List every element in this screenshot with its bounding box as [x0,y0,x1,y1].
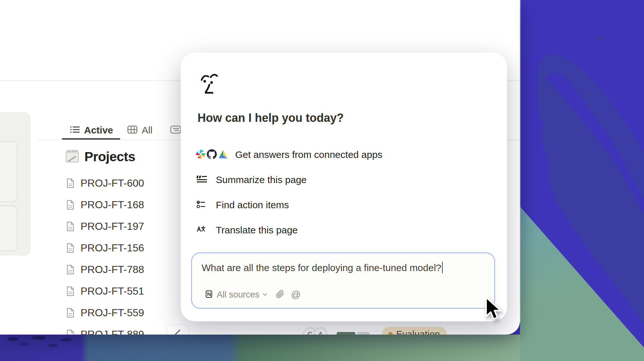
ai-assistant-modal: How can I help you today? [181,53,507,321]
translate-icon [197,225,206,235]
checklist-icon [197,200,205,210]
notepad-icon [64,148,80,165]
input-toolbar: All sources @ [206,289,301,300]
list-icon [69,124,80,136]
mouse-cursor [485,297,501,323]
text-caret [442,262,443,273]
list-item[interactable]: PROJ-FT-600 [66,172,144,194]
at-mention-icon[interactable]: @ [291,289,301,300]
list-item[interactable]: PROJ-FT-559 [66,302,144,324]
avatar[interactable]: A [314,327,327,335]
suggestion-translate[interactable]: Translate this page [196,218,298,243]
tab-active[interactable]: Active [69,124,113,136]
suggestion-label: Get answers from connected apps [235,149,382,160]
evaluation-tag[interactable]: Evaluation [382,327,447,335]
tab-all-label: All [142,125,152,136]
tab-active-label: Active [84,125,113,136]
tab-all[interactable]: All [127,124,152,136]
list-item[interactable]: PROJ-FT-168 [66,194,144,216]
prompt-input[interactable]: What are all the steps for deploying a f… [191,252,495,309]
tag-dot [388,332,393,335]
tag-label: Evaluation [396,329,440,335]
suggestion-label: Translate this page [216,225,298,236]
list-item[interactable]: PROJ-FT-156 [66,237,144,259]
list-item[interactable]: PROJ-FT-197 [66,216,144,237]
suggestion-connected-apps[interactable]: Get answers from connected apps [196,142,382,167]
card-icon [170,124,181,136]
status-swatch-green[interactable] [337,332,355,335]
notion-ai-face-icon [200,72,218,96]
wallpaper-bottom-strip [0,335,520,361]
suggestion-summarize[interactable]: Summarize this page [196,167,307,192]
list-item[interactable]: PROJ-FT-889 [66,324,144,335]
board-card[interactable] [0,206,17,251]
list-item[interactable]: PROJ-FT-551 [66,280,144,302]
desktop: Active All [0,0,644,361]
pencil-icon [174,328,182,335]
suggestion-label: Summarize this page [216,174,307,185]
slack-icon [196,149,206,161]
paperclip-icon[interactable] [276,290,284,300]
edit-button[interactable] [167,324,189,335]
notion-logo-icon [206,290,213,299]
list-item[interactable]: PROJ-FT-788 [66,259,144,280]
page-title: Projects [84,149,135,164]
prompt-text[interactable]: What are all the steps for deploying a f… [202,262,443,273]
project-list: PROJ-FT-600 PROJ-FT-168 PROJ-FT-197 PROJ… [66,172,144,335]
table-icon [127,124,138,136]
status-swatch-gray[interactable] [357,332,370,335]
quote-icon [197,175,207,185]
drive-icon [218,150,228,160]
suggestion-action-items[interactable]: Find action items [196,192,289,218]
page-title-row: Projects [64,148,135,165]
board-card[interactable] [0,141,17,202]
suggestion-label: Find action items [216,200,289,210]
greeting-heading: How can I help you today? [197,111,344,125]
chevron-down-icon [263,292,267,298]
sources-button[interactable]: All sources [217,290,259,300]
github-icon [207,149,217,161]
